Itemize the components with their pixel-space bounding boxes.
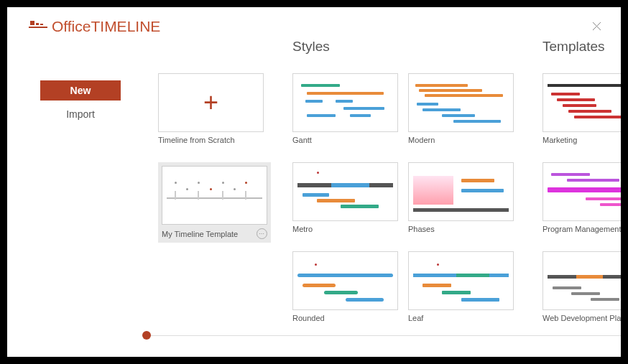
style-card-leaf[interactable]: Leaf	[408, 251, 514, 322]
content: + Timeline from Scratch	[122, 39, 621, 326]
card-timeline-from-scratch[interactable]: + Timeline from Scratch	[158, 73, 264, 144]
style-card-metro[interactable]: Metro	[292, 162, 398, 233]
style-card-rounded[interactable]: Rounded	[292, 251, 398, 322]
slider-thumb[interactable]	[142, 331, 151, 340]
slider-track	[148, 335, 621, 336]
card-thumb	[292, 162, 398, 221]
svg-rect-1	[30, 21, 34, 25]
close-button[interactable]	[590, 18, 604, 35]
styles-column: Styles Gantt	[292, 39, 514, 322]
card-thumb	[162, 166, 267, 225]
logo: OfficeTIMELINE	[29, 18, 160, 35]
card-my-timeline-template[interactable]: My Timeline Template ⋯	[158, 162, 271, 243]
card-thumb	[542, 162, 621, 221]
close-icon	[593, 22, 601, 30]
card-label: Rounded	[292, 314, 398, 322]
templates-title: Templates	[542, 39, 621, 65]
card-thumb	[542, 73, 621, 132]
horizontal-scroll-slider[interactable]	[7, 328, 621, 342]
timeline-logo-icon	[29, 19, 47, 34]
card-thumb	[408, 162, 514, 221]
card-thumb	[408, 251, 514, 310]
sidebar-item-label: Import	[66, 108, 95, 120]
card-label: Leaf	[408, 314, 514, 322]
sidebar-item-import[interactable]: Import	[40, 104, 121, 124]
new-timeline-dialog: OfficeTIMELINE New Import + Tim	[7, 7, 621, 357]
svg-rect-3	[40, 24, 43, 25]
sidebar-item-label: New	[70, 85, 91, 96]
logo-text: OfficeTIMELINE	[52, 18, 160, 35]
template-card-marketing[interactable]: Marketing	[542, 73, 621, 144]
style-card-gantt[interactable]: Gantt	[292, 73, 398, 144]
card-label: Modern	[408, 136, 514, 144]
templates-column: Templates Marketing	[542, 39, 621, 322]
card-label: My Timeline Template ⋯	[162, 228, 267, 239]
svg-rect-2	[36, 23, 39, 25]
card-label: Marketing	[542, 136, 621, 144]
card-thumb	[408, 73, 514, 132]
card-label: Phases	[408, 225, 514, 233]
card-label: Program Management	[542, 225, 621, 233]
user-items-column: + Timeline from Scratch	[158, 39, 264, 322]
card-label: Timeline from Scratch	[158, 136, 264, 144]
style-card-modern[interactable]: Modern	[408, 73, 514, 144]
card-thumb	[292, 251, 398, 310]
template-card-web-development-plan[interactable]: Web Development Plan	[542, 251, 621, 322]
plus-icon: +	[203, 90, 218, 116]
card-label: Web Development Plan	[542, 314, 621, 322]
style-card-phases[interactable]: Phases	[408, 162, 514, 233]
template-card-program-management[interactable]: Program Management	[542, 162, 621, 233]
sidebar-item-new[interactable]: New	[40, 80, 121, 101]
header: OfficeTIMELINE	[7, 7, 621, 39]
card-label: Gantt	[292, 136, 398, 144]
svg-rect-0	[29, 27, 47, 28]
card-thumb: +	[158, 73, 264, 132]
styles-title: Styles	[292, 39, 514, 65]
card-thumb	[542, 251, 621, 310]
card-label: Metro	[292, 225, 398, 233]
user-items-title	[158, 39, 264, 65]
sidebar: New Import	[7, 39, 122, 326]
card-thumb	[292, 73, 398, 132]
card-more-button[interactable]: ⋯	[257, 228, 267, 239]
